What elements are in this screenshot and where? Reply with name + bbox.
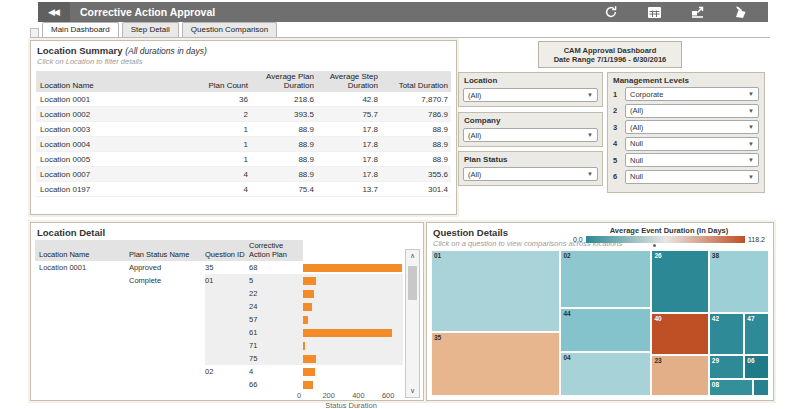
status-duration-bar[interactable] <box>303 342 305 350</box>
scrollbar-thumb[interactable] <box>408 266 417 300</box>
cap-cell: 24 <box>249 302 303 311</box>
status-duration-bar[interactable] <box>303 277 316 285</box>
chevron-down-icon: ▼ <box>748 91 754 97</box>
plan-status-filter-select[interactable]: (All) ▼ <box>463 167 598 181</box>
detail-row[interactable]: 75 <box>35 352 419 365</box>
value-cell: 355.6 <box>378 170 451 179</box>
export-icon[interactable] <box>689 5 705 20</box>
plan-status-filter: Plan Status (All) ▼ <box>458 151 603 186</box>
value-cell: 17.8 <box>314 140 378 149</box>
value-cell: 88.9 <box>378 125 451 134</box>
table-row[interactable]: Location 000136218.642.87,870.7 <box>36 92 451 107</box>
table-row[interactable]: Location 0004188.917.888.9 <box>36 137 451 152</box>
treemap-cell[interactable]: 02 <box>560 250 651 308</box>
detail-row[interactable]: 22 <box>35 287 419 300</box>
treemap-cell[interactable]: 01 <box>431 250 560 332</box>
cam-approval-dashboard-box: CAM Approval Dashboard Date Range 7/1/19… <box>538 41 682 68</box>
location-summary-panel: Location Summary (All durations in days)… <box>30 40 457 215</box>
treemap-cell[interactable]: 06 <box>744 355 769 379</box>
signature-icon[interactable] <box>732 5 748 20</box>
table-row[interactable]: Location 00022393.575.7786.9 <box>36 107 451 122</box>
value-cell: 88.9 <box>378 155 451 164</box>
detail-row[interactable]: 71 <box>35 339 419 352</box>
location-name-cell[interactable]: Location 0003 <box>36 125 198 134</box>
location-filter: Location (All) ▼ <box>458 72 603 107</box>
location-name-cell[interactable]: Location 0002 <box>36 110 198 119</box>
value-cell: 75.7 <box>314 110 378 119</box>
legend-min: 0.0 <box>573 236 583 243</box>
location-name-cell[interactable]: Location 0004 <box>36 140 198 149</box>
scroll-down-icon[interactable]: ∨ <box>410 385 415 397</box>
tab-question-comparison[interactable]: Question Comparison <box>182 22 277 37</box>
treemap-cell[interactable]: 23 <box>651 355 708 396</box>
status-duration-bar[interactable] <box>303 264 402 272</box>
location-filter-select[interactable]: (All) ▼ <box>463 88 598 102</box>
value-cell: 75.4 <box>248 185 314 194</box>
col-avg-plan-duration: Average Plan Duration <box>248 73 314 90</box>
level-value: Null <box>630 172 748 181</box>
status-duration-bar[interactable] <box>303 316 308 324</box>
bar-plot <box>303 326 403 339</box>
treemap-cell[interactable]: 26 <box>651 250 708 313</box>
status-duration-bar[interactable] <box>303 368 315 376</box>
tab-main-dashboard[interactable]: Main Dashboard <box>42 22 119 37</box>
scroll-up-icon[interactable]: ∧ <box>410 250 415 262</box>
location-detail-title: Location Detail <box>31 223 423 239</box>
bar-plot <box>303 339 403 352</box>
detail-row[interactable]: 57 <box>35 313 419 326</box>
status-duration-bar[interactable] <box>303 381 313 389</box>
status-duration-bar[interactable] <box>303 290 314 298</box>
level-select[interactable]: (All)▼ <box>625 120 759 134</box>
bar-plot <box>303 378 403 391</box>
bar-plot <box>303 313 403 326</box>
detail-row[interactable]: 61 <box>35 326 419 339</box>
status-duration-bar[interactable] <box>303 329 392 337</box>
row-band: 22 <box>205 287 403 300</box>
treemap-cell[interactable]: 47 <box>744 313 769 355</box>
treemap-cell[interactable] <box>753 379 769 396</box>
detail-row[interactable]: Location 0001Approved3568 <box>35 261 419 274</box>
chevron-down-icon: ▼ <box>587 171 593 177</box>
treemap-cell[interactable]: 44 <box>560 308 651 352</box>
detail-row[interactable]: 66 <box>35 378 419 391</box>
detail-row[interactable]: 024 <box>35 365 419 378</box>
location-name-cell[interactable]: Location 0005 <box>36 155 198 164</box>
collapse-back-button[interactable]: ◀◀ <box>38 2 70 22</box>
treemap-cell-label: 23 <box>652 356 707 365</box>
table-row[interactable]: Location 0197475.413.7301.4 <box>36 182 451 197</box>
level-select[interactable]: Null▼ <box>625 153 759 167</box>
treemap-cell[interactable]: 35 <box>431 332 560 396</box>
legend-title: Average Event Duration (In Days) <box>573 226 765 235</box>
company-filter-select[interactable]: (All) ▼ <box>463 128 598 142</box>
table-body: Location 000136218.642.87,870.7Location … <box>36 92 451 197</box>
bar-plot <box>303 274 403 287</box>
treemap-cell[interactable]: 04 <box>560 352 651 396</box>
treemap-cell[interactable]: 29 <box>709 355 744 379</box>
management-level-row: 2(All)▼ <box>608 104 764 118</box>
location-name-cell[interactable]: Location 0007 <box>36 170 198 179</box>
treemap-cell[interactable]: 38 <box>709 250 769 313</box>
level-number: 1 <box>613 90 625 99</box>
location-name-cell[interactable]: Location 0197 <box>36 185 198 194</box>
level-select[interactable]: (All)▼ <box>625 104 759 118</box>
status-duration-bar[interactable] <box>303 355 316 363</box>
vertical-scrollbar[interactable]: ∧ ∨ <box>405 249 420 398</box>
chevron-down-icon: ▼ <box>748 174 754 180</box>
table-row[interactable]: Location 0007488.917.8355.6 <box>36 167 451 182</box>
table-row[interactable]: Location 0005188.917.888.9 <box>36 152 451 167</box>
calendar-icon[interactable] <box>646 5 662 20</box>
page-title: Corrective Action Approval <box>80 6 603 18</box>
refresh-icon[interactable] <box>603 5 619 20</box>
level-select[interactable]: Corporate▼ <box>625 87 759 101</box>
treemap-cell[interactable]: 40 <box>651 313 708 355</box>
location-name-cell[interactable]: Location 0001 <box>36 95 198 104</box>
detail-row[interactable]: Complete015 <box>35 274 419 287</box>
status-duration-bar[interactable] <box>303 303 312 311</box>
level-select[interactable]: Null▼ <box>625 137 759 151</box>
level-select[interactable]: Null▼ <box>625 170 759 184</box>
table-row[interactable]: Location 0003188.917.888.9 <box>36 122 451 137</box>
treemap-cell[interactable]: 08 <box>709 379 753 396</box>
detail-row[interactable]: 24 <box>35 300 419 313</box>
tab-step-detail[interactable]: Step Detail <box>122 22 179 37</box>
treemap-cell[interactable]: 42 <box>709 313 744 355</box>
